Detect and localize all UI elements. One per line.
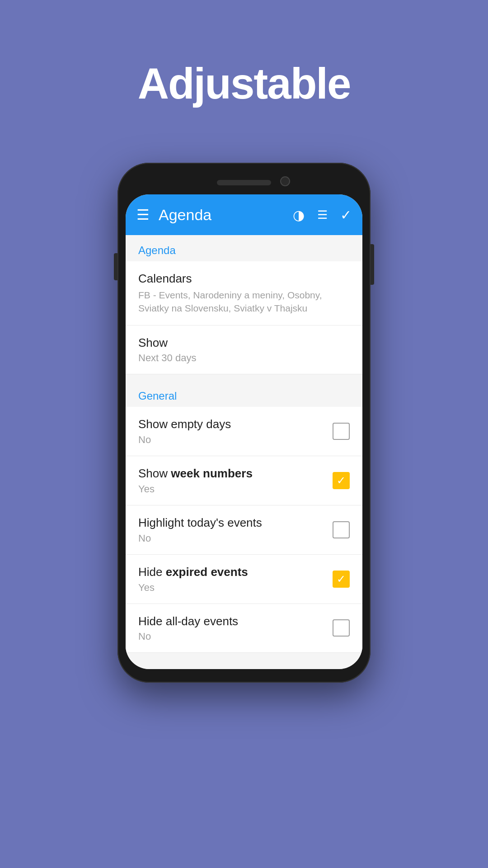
highlight-today-checkbox[interactable] [333,521,350,538]
check-icon[interactable]: ✓ [340,207,352,223]
calendars-value: FB - Events, Narodeniny a meniny, Osobny… [138,288,350,315]
show-week-numbers-label: Show week numbers [138,466,333,481]
hide-allday-value: No [138,631,333,642]
calendars-text: Calendars FB - Events, Narodeniny a meni… [138,271,350,315]
show-empty-days-label: Show empty days [138,417,333,432]
settings-item-hide-expired[interactable]: Hide expired events Yes ✓ [126,555,362,604]
app-bar-actions: ◑ ☰ ✓ [293,207,352,223]
app-bar-title: Agenda [159,206,293,224]
contrast-icon[interactable]: ◑ [293,207,305,223]
hide-allday-checkbox[interactable] [333,619,350,637]
phone-screen: ☰ Agenda ◑ ☰ ✓ Agenda Calendars [126,194,362,669]
hide-expired-text: Hide expired events Yes [138,565,333,594]
hide-expired-label: Hide expired events [138,565,333,580]
show-empty-days-text: Show empty days No [138,417,333,446]
show-week-numbers-value: Yes [138,483,333,495]
app-bar: ☰ Agenda ◑ ☰ ✓ [126,194,362,235]
calendars-label: Calendars [138,271,350,287]
phone-speaker [217,180,271,185]
show-week-numbers-text: Show week numbers Yes [138,466,333,495]
highlight-today-label: Highlight today's events [138,515,333,531]
sliders-icon[interactable]: ☰ [317,208,328,222]
highlight-today-text: Highlight today's events No [138,515,333,544]
hide-allday-text: Hide all-day events No [138,614,333,643]
section-header-agenda: Agenda [126,235,362,261]
hide-allday-label: Hide all-day events [138,614,333,629]
phone-mockup: ☰ Agenda ◑ ☰ ✓ Agenda Calendars [117,163,371,683]
settings-item-show[interactable]: Show Next 30 days [126,326,362,375]
section-header-general: General [126,381,362,407]
show-empty-days-checkbox[interactable] [333,423,350,440]
show-empty-days-value: No [138,434,333,446]
show-value: Next 30 days [138,352,350,364]
hide-expired-value: Yes [138,582,333,594]
settings-item-calendars[interactable]: Calendars FB - Events, Narodeniny a meni… [126,261,362,326]
show-week-numbers-checkbox[interactable]: ✓ [333,472,350,489]
phone-camera [280,176,290,186]
settings-item-hide-allday[interactable]: Hide all-day events No [126,604,362,653]
show-text: Show Next 30 days [138,335,350,364]
page-title: Adjustable [138,59,351,108]
hide-expired-checkbox[interactable]: ✓ [333,571,350,588]
highlight-today-value: No [138,533,333,544]
settings-item-highlight-today[interactable]: Highlight today's events No [126,505,362,555]
menu-icon[interactable]: ☰ [136,208,150,222]
phone-shell: ☰ Agenda ◑ ☰ ✓ Agenda Calendars [117,163,371,683]
screen-content: Agenda Calendars FB - Events, Narodeniny… [126,235,362,669]
settings-item-show-week-numbers[interactable]: Show week numbers Yes ✓ [126,456,362,505]
show-label: Show [138,335,350,351]
settings-item-show-empty-days[interactable]: Show empty days No [126,407,362,456]
section-gap-1 [126,374,362,381]
